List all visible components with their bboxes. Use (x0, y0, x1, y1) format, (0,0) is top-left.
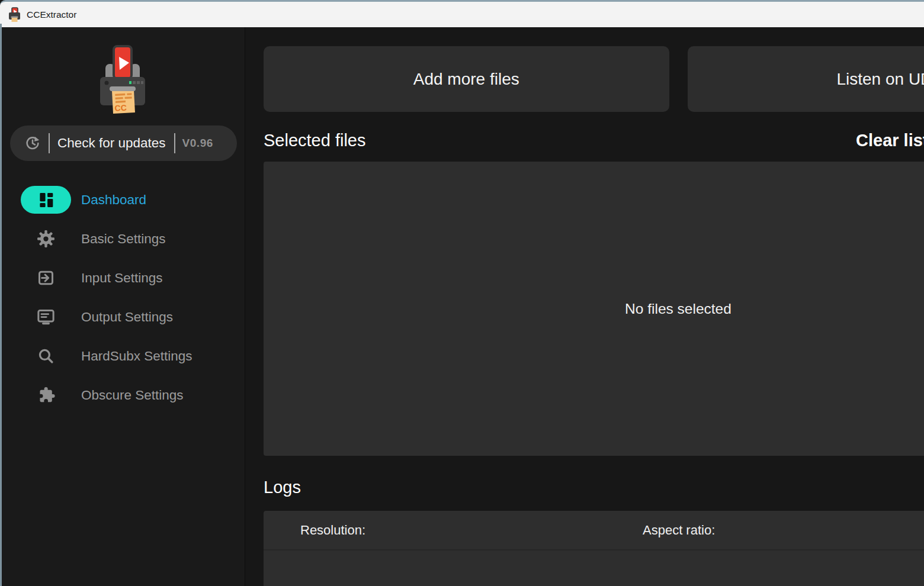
main-content: Add more files Listen on UDP Selected fi… (246, 27, 924, 586)
sidebar-item-hardsubx-settings[interactable]: HardSubx Settings (0, 342, 245, 370)
sidebar-item-input-settings[interactable]: Input Settings (0, 264, 245, 292)
sidebar-item-label: HardSubx Settings (81, 349, 192, 364)
no-files-message: No files selected (625, 301, 732, 317)
logs-col-resolution: Resolution: (300, 511, 365, 549)
add-more-files-button[interactable]: Add more files (264, 46, 669, 112)
sidebar-item-dashboard[interactable]: Dashboard (0, 186, 245, 214)
logs-heading: Logs (264, 474, 924, 500)
sidebar-item-label: Output Settings (81, 310, 173, 325)
selected-files-panel[interactable]: No files selected (264, 162, 924, 456)
sidebar-item-label: Basic Settings (81, 231, 166, 247)
check-for-updates-button[interactable]: Check for updates V0.96 (10, 125, 237, 161)
titlebar: CCExtractor (0, 0, 924, 27)
puzzle-icon (36, 385, 56, 405)
gear-icon (36, 229, 56, 249)
sidebar-item-label: Dashboard (81, 192, 146, 208)
sidebar-item-obscure-settings[interactable]: Obscure Settings (0, 381, 245, 409)
check-for-updates-label: Check for updates (57, 136, 166, 151)
sidebar-nav: Dashboard (0, 186, 245, 409)
top-actions-row: Add more files Listen on UDP (264, 46, 924, 112)
update-clock-icon (24, 135, 41, 152)
divider (174, 133, 175, 153)
divider (49, 133, 50, 153)
sidebar-item-basic-settings[interactable]: Basic Settings (0, 225, 245, 253)
ccextractor-logo: CC (97, 44, 149, 114)
clear-list-button[interactable]: Clear list (856, 127, 924, 153)
input-icon (36, 268, 56, 288)
sidebar-item-output-settings[interactable]: Output Settings (0, 303, 245, 331)
logs-column-header: Resolution: Aspect ratio: (264, 511, 924, 550)
output-icon (36, 307, 56, 327)
listen-on-udp-button[interactable]: Listen on UDP (688, 46, 924, 112)
selected-files-heading: Selected files (264, 131, 366, 150)
sidebar-item-label: Obscure Settings (81, 388, 184, 403)
logo-cc-text: CC (114, 103, 127, 113)
version-badge: V0.96 (182, 137, 213, 150)
window-left-edge (0, 24, 2, 586)
sidebar: CC Check for updates V0.96 Dashboard (0, 27, 245, 586)
dashboard-icon (36, 190, 56, 210)
selected-files-header: Selected files Clear list (264, 127, 924, 153)
logs-col-aspect-ratio: Aspect ratio: (643, 511, 715, 549)
sidebar-item-label: Input Settings (81, 271, 163, 286)
app-icon (8, 7, 21, 22)
window-title: CCExtractor (27, 9, 76, 20)
logs-panel: Resolution: Aspect ratio: (264, 511, 924, 586)
search-icon (36, 346, 56, 366)
active-pill (21, 186, 71, 214)
